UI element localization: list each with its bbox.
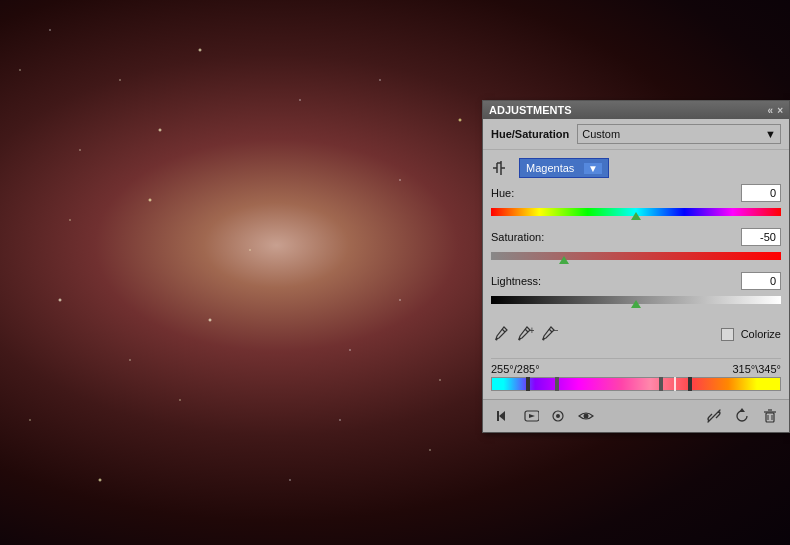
svg-line-10 — [549, 329, 552, 332]
hue-section: Hue: — [491, 184, 781, 220]
svg-point-6 — [496, 339, 498, 341]
footer-left — [491, 405, 597, 427]
footer-right — [703, 405, 781, 427]
range-right-label: 315°\345° — [732, 363, 781, 375]
range-handle-left-inner[interactable] — [555, 377, 559, 391]
colorize-row: Colorize — [721, 328, 781, 341]
panel-title: ADJUSTMENTS — [489, 104, 572, 116]
panel-body: Magentas ▼ Hue: Saturation: — [483, 150, 789, 399]
delete-button[interactable] — [759, 405, 781, 427]
svg-point-18 — [556, 414, 560, 418]
range-labels: 255°/285° 315°\345° — [491, 363, 781, 375]
svg-point-8 — [519, 339, 521, 341]
range-handle-right-outer[interactable] — [688, 377, 692, 391]
lightness-label-row: Lightness: — [491, 272, 781, 290]
saturation-thumb — [559, 256, 569, 264]
lightness-slider-container[interactable] — [491, 292, 781, 308]
svg-rect-14 — [497, 411, 499, 421]
forward-button[interactable] — [519, 405, 541, 427]
hue-slider-container[interactable] — [491, 204, 781, 220]
svg-marker-13 — [499, 411, 505, 421]
tools-row: + − — [491, 324, 559, 344]
preset-value: Custom — [582, 128, 620, 140]
back-button[interactable] — [491, 405, 513, 427]
lightness-label: Lightness: — [491, 275, 541, 287]
hue-label-row: Hue: — [491, 184, 781, 202]
saturation-track — [491, 252, 781, 260]
adjustments-panel: ADJUSTMENTS « × Hue/Saturation Custom ▼ — [482, 100, 790, 433]
panel-titlebar: ADJUSTMENTS « × — [483, 101, 789, 119]
svg-line-20 — [712, 414, 716, 418]
range-left-label: 255°/285° — [491, 363, 540, 375]
lightness-section: Lightness: — [491, 272, 781, 308]
adjustment-type-label: Hue/Saturation — [491, 128, 569, 140]
preset-dropdown-arrow: ▼ — [765, 128, 776, 140]
preset-dropdown[interactable]: Custom ▼ — [577, 124, 781, 144]
svg-marker-16 — [529, 414, 535, 418]
svg-point-19 — [584, 414, 589, 419]
channel-dropdown[interactable]: Magentas ▼ — [519, 158, 609, 178]
lightness-track — [491, 296, 781, 304]
range-handle-right-inner[interactable] — [659, 377, 663, 391]
saturation-label-row: Saturation: — [491, 228, 781, 246]
panel-header: Hue/Saturation Custom ▼ — [483, 119, 789, 150]
svg-text:+: + — [529, 325, 534, 336]
colorize-checkbox[interactable] — [721, 328, 734, 341]
close-button[interactable]: × — [777, 105, 783, 116]
panel-footer — [483, 399, 789, 432]
svg-rect-22 — [766, 413, 774, 422]
saturation-section: Saturation: — [491, 228, 781, 264]
range-handle-left-outer[interactable] — [526, 377, 530, 391]
color-range-section — [491, 377, 781, 391]
saturation-label: Saturation: — [491, 231, 544, 243]
visibility-button[interactable] — [547, 405, 569, 427]
hue-track — [491, 208, 781, 216]
divider — [491, 358, 781, 359]
range-cursor — [674, 377, 676, 391]
hue-input[interactable] — [741, 184, 781, 202]
hue-thumb — [631, 212, 641, 220]
svg-text:−: − — [553, 325, 558, 336]
eyedropper-sample-tool[interactable] — [491, 324, 511, 344]
colorize-label: Colorize — [741, 328, 781, 340]
eye-button[interactable] — [575, 405, 597, 427]
link-button[interactable] — [703, 405, 725, 427]
eyedropper-add-tool[interactable]: + — [515, 324, 535, 344]
saturation-input[interactable] — [741, 228, 781, 246]
titlebar-controls: « × — [768, 105, 783, 116]
svg-line-5 — [502, 329, 505, 332]
svg-line-7 — [525, 329, 528, 332]
channel-dropdown-arrow: ▼ — [584, 163, 602, 174]
channel-icon — [491, 158, 515, 178]
lightness-thumb — [631, 300, 641, 308]
reset-button[interactable] — [731, 405, 753, 427]
channel-name: Magentas — [526, 162, 580, 174]
hue-label: Hue: — [491, 187, 514, 199]
lightness-input[interactable] — [741, 272, 781, 290]
range-handles — [491, 377, 781, 391]
channel-row: Magentas ▼ — [491, 158, 781, 178]
svg-point-11 — [543, 339, 545, 341]
tools-colorize-row: + − Colorize — [491, 316, 781, 352]
svg-marker-21 — [739, 408, 745, 412]
eyedropper-subtract-tool[interactable]: − — [539, 324, 559, 344]
saturation-slider-container[interactable] — [491, 248, 781, 264]
collapse-button[interactable]: « — [768, 105, 774, 116]
